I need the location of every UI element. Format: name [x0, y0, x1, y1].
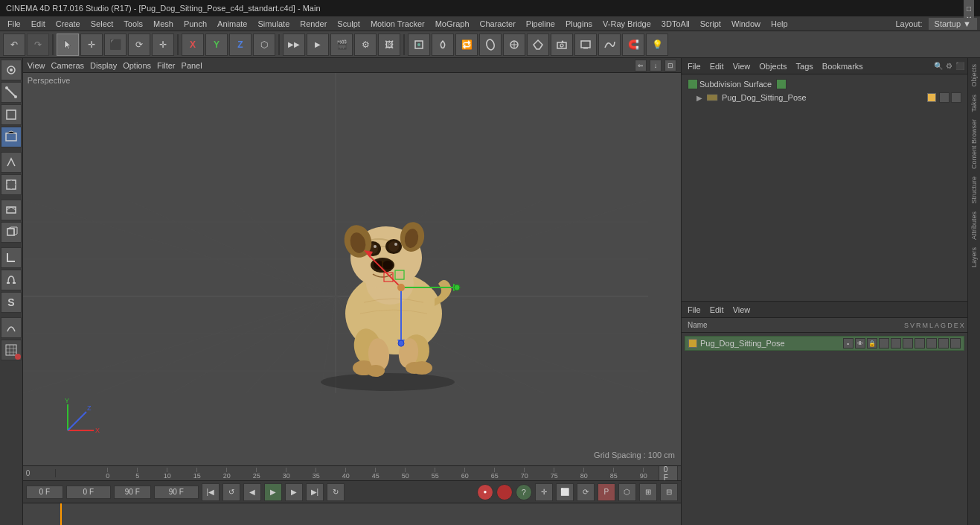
- loop-select-button[interactable]: 🔁: [455, 34, 478, 56]
- om-expand[interactable]: ⬛: [955, 62, 964, 70]
- scale-button[interactable]: ⬛: [104, 34, 126, 56]
- menu-sculpt[interactable]: Sculpt: [333, 18, 365, 30]
- timeline-func-key[interactable]: ⊞: [639, 483, 657, 501]
- attr-icon-2[interactable]: [891, 338, 901, 349]
- timeline-preview-end[interactable]: [154, 486, 199, 499]
- menu-vray[interactable]: V-Ray Bridge: [598, 18, 656, 30]
- sculpt-inflate-button[interactable]: [503, 34, 525, 56]
- menu-pipeline[interactable]: Pipeline: [522, 18, 560, 30]
- om-pug-item[interactable]: ▶ Pug_Dog_Sitting_Pose: [685, 91, 964, 104]
- axis-world-button[interactable]: ⬡: [253, 34, 275, 56]
- axis-x-button[interactable]: X: [182, 34, 204, 56]
- attr-view[interactable]: View: [730, 304, 754, 316]
- timeline-step-back[interactable]: ↺: [222, 483, 240, 501]
- render-active-view-button[interactable]: ▶: [307, 34, 329, 56]
- record-button[interactable]: ●: [477, 484, 493, 500]
- menu-plugins[interactable]: Plugins: [561, 18, 597, 30]
- axis-z-button[interactable]: Z: [229, 34, 252, 56]
- attr-icon-7[interactable]: [950, 338, 961, 349]
- menu-tools[interactable]: Tools: [119, 18, 147, 30]
- attr-icon-1[interactable]: [879, 338, 889, 349]
- timeline-loop[interactable]: ↻: [327, 483, 345, 501]
- menu-window[interactable]: Window: [727, 18, 765, 30]
- render-region-button[interactable]: ▶▶: [283, 34, 305, 56]
- render-settings-button[interactable]: ⚙: [354, 34, 377, 56]
- tool-edges[interactable]: [1, 82, 22, 103]
- menu-file[interactable]: File: [3, 18, 25, 30]
- menu-mesh[interactable]: Mesh: [149, 18, 178, 30]
- camera-button[interactable]: [551, 34, 573, 56]
- attr-icon-5[interactable]: [926, 338, 937, 349]
- polygon-pen-button[interactable]: [527, 34, 549, 56]
- attr-edit[interactable]: Edit: [707, 304, 727, 316]
- object-select-button[interactable]: [408, 34, 430, 56]
- tool-grid[interactable]: [1, 340, 22, 360]
- om-file[interactable]: File: [685, 60, 704, 72]
- tool-s[interactable]: S: [1, 292, 22, 313]
- tool-object[interactable]: [1, 127, 22, 147]
- deform-button[interactable]: [479, 34, 502, 56]
- menu-layout[interactable]: Layout:: [891, 18, 926, 30]
- menu-edit[interactable]: Edit: [27, 18, 50, 30]
- help-button[interactable]: ?: [516, 484, 532, 500]
- timeline-end-frame[interactable]: [114, 486, 151, 499]
- attr-pug-item[interactable]: Pug_Dog_Sitting_Pose • 👁 🔒: [685, 336, 964, 351]
- om-item-subd[interactable]: Subdivision Surface: [688, 79, 787, 89]
- light-button[interactable]: 💡: [646, 34, 668, 56]
- om-bookmarks[interactable]: Bookmarks: [819, 60, 866, 72]
- viewport-menu-options[interactable]: Options: [123, 61, 151, 70]
- axis-y-button[interactable]: Y: [205, 34, 228, 56]
- timeline-start-frame[interactable]: [26, 486, 63, 499]
- viewport[interactable]: X Y Z Perspective Grid Spacing : 100 cm: [23, 73, 681, 465]
- menu-script[interactable]: Script: [696, 18, 726, 30]
- attr-icon-r[interactable]: 🔒: [867, 338, 877, 349]
- menu-create[interactable]: Create: [51, 18, 85, 30]
- menu-animate[interactable]: Animate: [213, 18, 252, 30]
- transform-button[interactable]: ✛: [152, 34, 174, 56]
- rsb-structure[interactable]: Structure: [969, 174, 979, 207]
- attr-icon-3[interactable]: [903, 338, 913, 349]
- attr-icon-dot[interactable]: •: [843, 338, 854, 349]
- timeline-move-key[interactable]: ✛: [535, 483, 553, 501]
- tv-button[interactable]: [574, 34, 597, 56]
- tool-uv[interactable]: [1, 152, 22, 173]
- menu-motion-tracker[interactable]: Motion Tracker: [366, 18, 429, 30]
- viewport-menu-display[interactable]: Display: [90, 61, 117, 70]
- maximize-button[interactable]: □: [964, 3, 974, 13]
- tool-spline[interactable]: [1, 174, 22, 195]
- viewport-menu-panel[interactable]: Panel: [182, 61, 202, 70]
- timeline-select-region[interactable]: ⬜: [556, 483, 574, 501]
- om-pug-cb2[interactable]: [951, 92, 961, 103]
- menu-select[interactable]: Select: [86, 18, 118, 30]
- timeline-step-prev[interactable]: ◀: [243, 483, 261, 501]
- attr-icon-v[interactable]: 👁: [855, 338, 865, 349]
- timeline-rotate-key[interactable]: ⟳: [577, 483, 595, 501]
- om-edit[interactable]: Edit: [707, 60, 727, 72]
- attr-icon-4[interactable]: [915, 338, 925, 349]
- menu-help[interactable]: Help: [766, 18, 792, 30]
- rsb-content[interactable]: Content Browser: [969, 116, 979, 172]
- rsb-takes[interactable]: Takes: [969, 92, 979, 115]
- timeline-go-end[interactable]: ▶|: [306, 483, 324, 501]
- tool-texture[interactable]: [1, 200, 22, 220]
- rsb-objects[interactable]: Objects: [969, 61, 979, 90]
- spline-button[interactable]: [598, 34, 621, 56]
- om-settings[interactable]: ⚙: [946, 62, 952, 70]
- attr-file[interactable]: File: [685, 304, 704, 316]
- om-view[interactable]: View: [730, 60, 754, 72]
- viewport-ctrl-3[interactable]: ⊡: [664, 60, 676, 71]
- tool-cube[interactable]: [1, 222, 22, 243]
- move-button[interactable]: ✛: [80, 34, 103, 56]
- menu-3dtoall[interactable]: 3DToAll: [657, 18, 694, 30]
- om-search[interactable]: 🔍: [934, 62, 943, 70]
- tool-polygons[interactable]: [1, 104, 22, 125]
- timeline-play[interactable]: ▶: [264, 483, 282, 501]
- render-picture-button[interactable]: 🎬: [330, 34, 353, 56]
- select-live-button[interactable]: [57, 34, 79, 56]
- timeline-pos-key[interactable]: ⬡: [618, 483, 636, 501]
- om-objects[interactable]: Objects: [756, 60, 790, 72]
- menu-character[interactable]: Character: [475, 18, 520, 30]
- subd-tag-cb[interactable]: [776, 79, 787, 89]
- om-tags[interactable]: Tags: [793, 60, 816, 72]
- timeline-track[interactable]: [23, 503, 681, 525]
